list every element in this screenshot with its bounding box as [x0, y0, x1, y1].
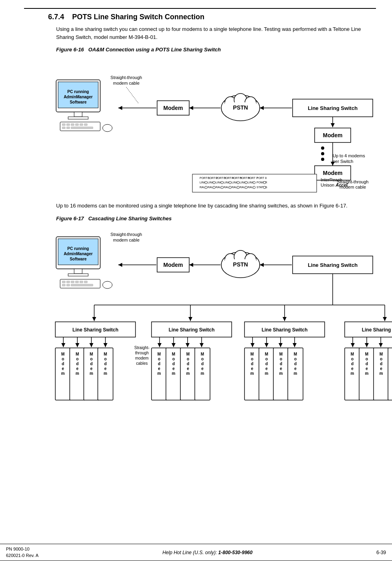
section-title: 6.7.4 POTS Line Sharing Switch Connectio…: [48, 13, 376, 21]
svg-text:o: o: [187, 357, 189, 361]
svg-text:d: d: [366, 362, 368, 366]
svg-text:o: o: [380, 357, 382, 361]
svg-text:M: M: [172, 352, 175, 356]
fig16-bold: Figure 6-16: [56, 47, 84, 53]
svg-point-83: [221, 186, 223, 189]
svg-text:m: m: [265, 371, 269, 376]
svg-text:Line Sharing Switch: Line Sharing Switch: [308, 262, 358, 268]
footer-center: Help Hot Line (U.S. only): 1-800-530-996…: [162, 550, 253, 555]
svg-rect-8: [75, 124, 79, 126]
svg-text:RAU: RAU: [200, 186, 206, 189]
svg-text:RAU: RAU: [248, 186, 254, 189]
svg-text:m: m: [279, 371, 283, 376]
svg-text:M: M: [251, 352, 254, 356]
section-heading: POTS Line Sharing Switch Connection: [72, 13, 204, 21]
svg-text:M: M: [380, 352, 383, 356]
svg-text:Line Sharing Switch: Line Sharing Switch: [308, 105, 358, 111]
svg-rect-11: [62, 127, 65, 129]
svg-text:M: M: [294, 352, 297, 356]
svg-text:e: e: [104, 366, 107, 371]
svg-text:m: m: [365, 371, 369, 376]
svg-rect-105: [80, 281, 83, 283]
svg-text:m: m: [61, 371, 65, 376]
svg-rect-99: [68, 274, 88, 276]
svg-point-91: [253, 186, 255, 189]
svg-text:o: o: [251, 357, 253, 361]
svg-rect-276: [388, 348, 392, 400]
svg-text:o: o: [351, 357, 354, 361]
svg-marker-223: [279, 343, 283, 347]
svg-text:RAU: RAU: [208, 186, 214, 189]
svg-point-73: [245, 181, 247, 184]
svg-text:M: M: [201, 352, 204, 356]
svg-text:per Switch: per Switch: [333, 159, 353, 164]
svg-point-89: [245, 186, 247, 189]
page: 6.7.4 POTS Line Sharing Switch Connectio…: [0, 0, 392, 561]
body-text-2: Up to 16 modems can be monitored using a…: [56, 202, 369, 210]
svg-rect-9: [80, 124, 83, 126]
svg-text:e: e: [158, 366, 160, 371]
svg-text:PSTN: PSTN: [233, 261, 248, 268]
svg-text:m: m: [76, 371, 79, 376]
svg-text:d: d: [158, 362, 160, 366]
svg-rect-5: [62, 124, 65, 126]
svg-text:m: m: [186, 371, 190, 376]
svg-text:d: d: [265, 362, 268, 366]
svg-text:PC running: PC running: [67, 89, 89, 94]
svg-text:M: M: [279, 352, 283, 356]
section-number: 6.7.4: [48, 13, 64, 21]
svg-marker-253: [365, 343, 369, 347]
svg-text:o: o: [366, 357, 368, 361]
svg-text:m: m: [104, 371, 107, 376]
svg-text:d: d: [380, 362, 382, 366]
svg-text:o: o: [62, 357, 64, 361]
svg-rect-13: [71, 127, 93, 129]
svg-marker-139: [283, 317, 287, 321]
svg-marker-121: [189, 263, 193, 267]
svg-text:e: e: [351, 366, 354, 371]
svg-text:e: e: [172, 366, 175, 371]
svg-text:modem cable: modem cable: [113, 238, 139, 242]
svg-text:m: m: [294, 371, 297, 376]
svg-marker-221: [265, 343, 269, 347]
svg-text:o: o: [201, 357, 204, 361]
svg-text:PORT 8: PORT 8: [257, 177, 267, 179]
svg-point-69: [229, 181, 231, 184]
svg-point-63: [205, 181, 207, 184]
svg-text:Straight-through: Straight-through: [111, 232, 142, 237]
svg-rect-108: [67, 284, 70, 286]
fig17-svg: PC running AdminManager Software Straigh…: [48, 225, 392, 457]
svg-marker-161: [103, 343, 107, 347]
svg-text:d: d: [62, 362, 64, 366]
svg-text:Unison Accel: Unison Accel: [321, 183, 348, 187]
svg-text:RAU: RAU: [240, 186, 246, 189]
svg-text:e: e: [187, 366, 189, 371]
svg-text:e: e: [90, 366, 93, 371]
svg-text:modem cable: modem cable: [113, 81, 139, 85]
svg-text:Up to 4 modems: Up to 4 modems: [333, 153, 365, 158]
svg-text:through: through: [135, 351, 149, 355]
svg-text:d: d: [172, 362, 175, 366]
figure-17-caption: Figure 6-17 Cascading Line Sharing Switc…: [56, 215, 376, 222]
svg-text:Modem: Modem: [164, 262, 183, 268]
svg-point-75: [253, 181, 255, 184]
svg-text:d: d: [90, 362, 93, 366]
svg-text:d: d: [187, 362, 189, 366]
svg-text:e: e: [201, 366, 204, 371]
svg-rect-2: [74, 112, 82, 117]
svg-text:e: e: [294, 366, 297, 371]
svg-marker-129: [260, 263, 264, 267]
top-border: [24, 8, 376, 9]
svg-rect-104: [75, 281, 79, 283]
svg-text:M: M: [351, 352, 354, 356]
svg-rect-98: [74, 269, 82, 274]
svg-rect-102: [67, 281, 70, 283]
figure-16-diagram: PC running AdminManager Software Straigh…: [48, 56, 392, 196]
svg-text:o: o: [90, 357, 93, 361]
svg-point-77: [263, 181, 266, 184]
svg-marker-34: [260, 106, 264, 110]
svg-text:m: m: [201, 371, 204, 376]
svg-rect-4: [60, 122, 100, 131]
svg-rect-107: [62, 284, 65, 286]
svg-rect-7: [71, 124, 74, 126]
